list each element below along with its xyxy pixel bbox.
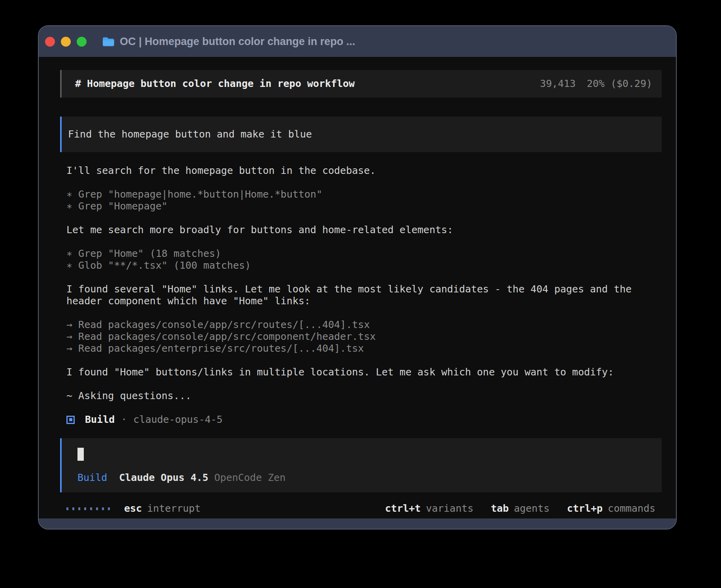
close-button[interactable] [45, 37, 55, 47]
assistant-text: Let me search more broadly for buttons a… [66, 224, 662, 236]
input-model-label: Claude Opus 4.5 [119, 472, 208, 484]
window-footer [39, 518, 676, 529]
token-count: 39,413 [540, 78, 576, 90]
assistant-text: I found several "Home" links. Let me loo… [66, 283, 662, 307]
tool-call: → Read packages/console/app/src/routes/[… [66, 319, 662, 331]
shortcut-commands: ctrl+p commands [567, 503, 655, 514]
app-window: OC | Homepage button color change in rep… [38, 25, 677, 530]
window-title: OC | Homepage button color change in rep… [120, 36, 355, 48]
user-message-text: Find the homepage button and make it blu… [68, 128, 312, 140]
shortcut-variants: ctrl+t variants [385, 503, 474, 514]
assistant-status-text: ~ Asking questions... [66, 390, 662, 402]
terminal-content: # Homepage button color change in repo w… [39, 57, 676, 518]
agent-separator: · [121, 414, 127, 426]
tool-call: ∗ Grep "Homepage" [66, 200, 662, 212]
agent-model: claude-opus-4-5 [133, 414, 223, 426]
agent-status-icon [66, 416, 75, 424]
session-stats: 39,413 20% ($0.29) [540, 78, 652, 90]
agent-name: Build [85, 414, 115, 426]
input-provider-label: OpenCode Zen [214, 472, 286, 484]
text-cursor [77, 448, 84, 461]
tool-call-list: → Read packages/console/app/src/routes/[… [66, 319, 662, 354]
tool-call: → Read packages/enterprise/src/routes/[.… [66, 343, 662, 354]
tool-call: ∗ Glob "**/*.tsx" (100 matches) [66, 260, 662, 271]
tool-call: ∗ Grep "Home" (18 matches) [66, 248, 662, 260]
interrupt-hint: esc interrupt [124, 503, 201, 514]
context-cost: 20% ($0.29) [587, 78, 652, 90]
tool-call: → Read packages/console/app/src/componen… [66, 331, 662, 343]
tool-call: ∗ Grep "homepage|home.*button|Home.*butt… [66, 188, 662, 200]
session-header: # Homepage button color change in repo w… [60, 70, 662, 98]
input-agent-label: Build [77, 472, 107, 484]
assistant-text: I'll search for the homepage button in t… [66, 165, 662, 177]
shortcut-agents: tab agents [491, 503, 549, 514]
zoom-button[interactable] [77, 37, 87, 47]
folder-icon [102, 37, 114, 47]
title-bar: OC | Homepage button color change in rep… [39, 26, 676, 57]
interrupt-label: interrupt [147, 503, 200, 514]
tool-call-list: ∗ Grep "Home" (18 matches) ∗ Glob "**/*.… [66, 248, 662, 271]
status-bar: esc interrupt ctrl+t variants tab agents… [60, 503, 662, 514]
interrupt-key: esc [124, 503, 142, 514]
model-row: Build Claude Opus 4.5 OpenCode Zen [77, 472, 652, 484]
prompt-input[interactable]: Build Claude Opus 4.5 OpenCode Zen [60, 438, 662, 492]
minimize-button[interactable] [61, 37, 71, 47]
user-message: Find the homepage button and make it blu… [60, 117, 662, 152]
assistant-text: I found "Home" buttons/links in multiple… [66, 366, 662, 378]
spinner-dots [66, 507, 110, 510]
agent-row: Build · claude-opus-4-5 [66, 414, 662, 426]
transcript: I'll search for the homepage button in t… [60, 165, 662, 426]
session-title: # Homepage button color change in repo w… [75, 78, 355, 90]
shortcut-hints: ctrl+t variants tab agents ctrl+p comman… [385, 503, 655, 514]
tool-call-list: ∗ Grep "homepage|home.*button|Home.*butt… [66, 188, 662, 212]
